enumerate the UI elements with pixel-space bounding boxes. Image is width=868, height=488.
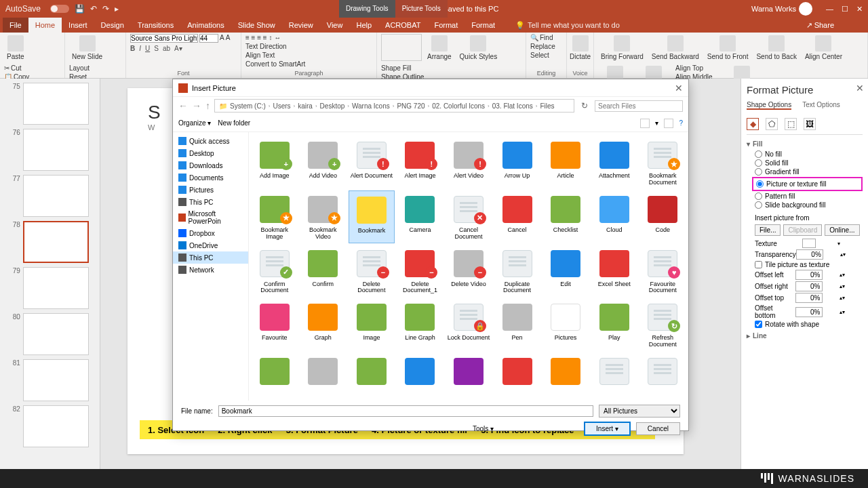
breadcrumb-item[interactable]: PNG 720 xyxy=(397,102,425,110)
redo-icon[interactable]: ↷ xyxy=(102,4,109,14)
offset-top-input[interactable] xyxy=(795,293,823,303)
file-item[interactable]: Image xyxy=(349,298,395,351)
tab-view[interactable]: View xyxy=(320,18,350,33)
picture-texture-fill-radio[interactable]: Picture or texture fill xyxy=(756,180,859,188)
file-item[interactable] xyxy=(639,352,686,392)
breadcrumb-item[interactable]: Users xyxy=(273,102,290,110)
close-pane-icon[interactable]: ✕ xyxy=(856,83,864,94)
increase-font-icon[interactable]: A xyxy=(220,34,224,43)
tree-item[interactable]: Documents xyxy=(173,171,248,184)
clipboard-button[interactable]: Clipboard xyxy=(783,224,822,236)
file-item[interactable]: ★Bookmark Document xyxy=(639,136,686,189)
breadcrumb-item[interactable]: System (C:) xyxy=(230,102,266,110)
file-filter-select[interactable]: All Pictures xyxy=(599,405,680,418)
file-item[interactable]: Article xyxy=(542,136,589,189)
file-item[interactable]: Duplicate Document xyxy=(494,245,540,298)
breadcrumb-item[interactable]: Warna Icons xyxy=(352,102,390,110)
shape-gallery[interactable] xyxy=(381,34,422,61)
tools-dropdown[interactable]: Tools ▾ xyxy=(473,425,494,432)
send-front-button[interactable]: Send to Front xyxy=(705,34,751,62)
file-item[interactable]: ★Bookmark Video xyxy=(300,190,347,243)
text-direction-button[interactable]: Text Direction xyxy=(245,43,305,50)
tell-me[interactable]: 💡 Tell me what you want to do xyxy=(509,18,627,33)
insert-button[interactable]: Insert ▾ xyxy=(584,422,631,436)
picture-icon[interactable]: 🖼 xyxy=(804,118,816,130)
slide-thumbnail-75[interactable]: 75 xyxy=(11,83,89,125)
file-item[interactable] xyxy=(542,352,589,392)
offset-left-input[interactable] xyxy=(795,270,823,280)
tree-item[interactable]: This PC xyxy=(173,251,248,264)
help-icon[interactable]: ? xyxy=(679,119,683,127)
view-mode-icon[interactable] xyxy=(640,119,650,128)
file-item[interactable] xyxy=(494,352,540,392)
file-item[interactable]: −Delete Document xyxy=(349,245,395,298)
tab-acrobat[interactable]: ACROBAT xyxy=(378,18,427,33)
share-button[interactable]: ↗ Share xyxy=(800,18,841,33)
cut-button[interactable]: ✂ Cut xyxy=(4,64,57,72)
file-item[interactable]: Edit xyxy=(542,245,589,298)
strikethrough-button[interactable]: S xyxy=(154,45,159,52)
tab-animations[interactable]: Animations xyxy=(180,18,231,33)
replace-button[interactable]: Replace xyxy=(530,43,562,50)
file-item[interactable]: !Alert Document xyxy=(349,136,395,189)
slide-thumbnail-77[interactable]: 77 xyxy=(11,175,89,217)
tile-checkbox[interactable]: Tile picture as texture xyxy=(755,261,863,268)
file-button[interactable]: File... xyxy=(755,224,781,236)
file-item[interactable]: +Add Image xyxy=(252,136,298,189)
tab-insert[interactable]: Insert xyxy=(62,18,94,33)
tree-item[interactable]: Microsoft PowerPoin xyxy=(173,208,248,227)
file-item[interactable]: Bookmark xyxy=(349,190,395,243)
slide-bg-fill-radio[interactable]: Slide background fill xyxy=(755,201,863,209)
fill-section-header[interactable]: ▾ Fill xyxy=(747,140,863,148)
slide-thumbnail-76[interactable]: 76 xyxy=(11,129,89,171)
folder-tree[interactable]: Quick accessDesktopDownloadsDocumentsPic… xyxy=(173,132,249,401)
slide-thumbnail-80[interactable]: 80 xyxy=(11,313,89,355)
transparency-input[interactable] xyxy=(796,249,823,260)
font-color-button[interactable]: A▾ xyxy=(174,45,182,52)
search-input[interactable] xyxy=(595,100,683,112)
slide-thumbnail-82[interactable]: 82 xyxy=(11,405,89,447)
align-top-button[interactable]: Align Top xyxy=(675,64,714,72)
file-item[interactable] xyxy=(349,352,395,392)
layout-button[interactable]: Layout xyxy=(69,64,92,72)
close-icon[interactable]: ✕ xyxy=(856,5,863,14)
user-account[interactable]: Warna Works xyxy=(751,2,812,16)
tree-item[interactable]: Quick access xyxy=(173,135,248,147)
line-section-header[interactable]: ▸ Line xyxy=(747,332,863,340)
font-name[interactable] xyxy=(130,34,198,43)
back-icon[interactable]: ← xyxy=(178,100,188,111)
preview-icon[interactable] xyxy=(664,119,673,128)
tab-transitions[interactable]: Transitions xyxy=(131,18,180,33)
drawing-tools-tab[interactable]: Drawing Tools xyxy=(339,0,395,18)
file-item[interactable]: Cancel xyxy=(494,190,540,243)
font-size[interactable] xyxy=(199,34,218,43)
file-item[interactable]: Favourite xyxy=(252,298,298,351)
file-item[interactable]: Arrow Up xyxy=(494,136,540,189)
online-button[interactable]: Online... xyxy=(825,224,859,236)
tree-item[interactable]: Downloads xyxy=(173,159,248,171)
picture-tools-tab[interactable]: Picture Tools xyxy=(395,0,448,18)
save-icon[interactable]: 💾 xyxy=(75,4,85,14)
file-item[interactable]: Graph xyxy=(300,298,347,351)
fill-line-icon[interactable]: ◆ xyxy=(747,118,759,130)
pattern-fill-radio[interactable]: Pattern fill xyxy=(755,192,863,200)
breadcrumb-item[interactable]: 02. Colorful Icons xyxy=(432,102,485,110)
cancel-button[interactable]: Cancel xyxy=(636,422,680,435)
file-item[interactable]: Checklist xyxy=(542,190,589,243)
filename-input[interactable] xyxy=(218,405,593,417)
bring-forward-button[interactable]: Bring Forward xyxy=(598,34,646,62)
tab-review[interactable]: Review xyxy=(282,18,320,33)
file-item[interactable]: −Delete Video xyxy=(446,245,492,298)
send-to-back-button[interactable]: Send to Back xyxy=(753,34,799,62)
file-item[interactable]: ♥Favourite Document xyxy=(639,245,686,298)
file-item[interactable]: Play xyxy=(591,298,637,351)
italic-button[interactable]: I xyxy=(139,45,141,52)
new-folder-button[interactable]: New folder xyxy=(218,119,250,127)
slide-thumbnail-panel[interactable]: 7576777879808182 xyxy=(0,79,100,476)
size-icon[interactable]: ⬚ xyxy=(785,118,797,130)
file-item[interactable]: Cloud xyxy=(591,190,637,243)
rotate-checkbox[interactable]: Rotate with shape xyxy=(755,321,863,328)
file-item[interactable]: ✕Cancel Document xyxy=(446,190,492,243)
file-item[interactable]: ✓Confirm Document xyxy=(252,245,298,298)
file-item[interactable]: Pictures xyxy=(542,298,589,351)
